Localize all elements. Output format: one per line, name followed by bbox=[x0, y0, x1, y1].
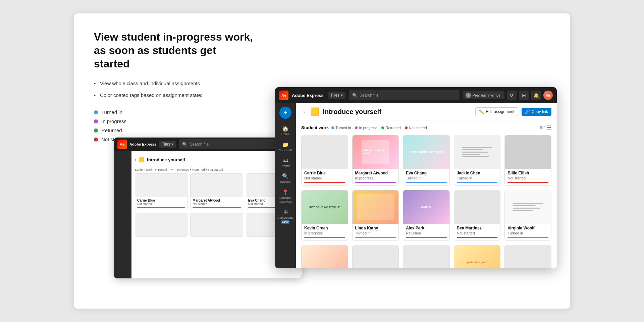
info-virginia-woolf: Virginia Woolf Turned in bbox=[505, 224, 551, 240]
grid-view-button[interactable]: ☰ bbox=[547, 124, 551, 131]
in-progress-label: In progress bbox=[101, 118, 126, 124]
files-dropdown[interactable]: Files ▾ bbox=[328, 92, 345, 99]
thumb-row3-3 bbox=[403, 245, 449, 268]
add-button[interactable]: + bbox=[279, 107, 291, 119]
bg-status-bar-2 bbox=[193, 207, 240, 208]
legend-in-progress-label: In progress bbox=[359, 126, 377, 130]
copy-link-button[interactable]: 🔗 Copy link bbox=[522, 108, 551, 116]
info-alex-park: Alex Park Returned bbox=[403, 224, 449, 240]
search-bar[interactable]: 🔍 Search file bbox=[349, 90, 460, 100]
thumb-row3-1 bbox=[302, 245, 348, 268]
student-card-eva-chang[interactable]: Let me Introduce myself. Eva Chang Turne… bbox=[403, 135, 450, 186]
user-avatar[interactable]: AE bbox=[543, 91, 553, 100]
your-stuff-label: Your stuff bbox=[279, 149, 292, 152]
bell-btn[interactable]: 🔔 bbox=[531, 91, 541, 100]
bg-info-2: Margaret Atwood Not started bbox=[191, 197, 243, 210]
edit-label: Edit assignment bbox=[486, 109, 514, 114]
main-content: ‹ 🟨 Introduce yourself ✏️ Edit assignmen… bbox=[296, 103, 557, 268]
bg-card-5[interactable] bbox=[190, 213, 243, 237]
student-card-bea-martinez[interactable]: Bea Martinez Not started bbox=[454, 190, 501, 241]
edit-icon: ✏️ bbox=[479, 109, 484, 114]
bg-files-dropdown[interactable]: Files ▾ bbox=[159, 141, 176, 148]
bg-name-1: Carrie Blue bbox=[137, 199, 185, 202]
section-header: Student work Turned in In progress bbox=[301, 124, 551, 131]
thumb-row3-5 bbox=[505, 245, 551, 268]
assignment-title: Introduce yourself bbox=[323, 108, 472, 116]
status-bar-kevin-green bbox=[304, 237, 345, 238]
tag-returned: Returned bbox=[94, 127, 255, 133]
app-window-background: Ae Adobe Express Files ▾ 🔍 Search file ‹… bbox=[114, 138, 302, 278]
bg-card-grid-2 bbox=[135, 213, 299, 237]
student-card-row3-5[interactable] bbox=[504, 245, 551, 268]
student-card-billie-eilish[interactable]: Billie Eilish Not started bbox=[504, 135, 551, 186]
bg-status-1: Not started bbox=[137, 202, 185, 206]
educator-resources-icon: 📍 bbox=[282, 189, 289, 196]
in-progress-dot bbox=[94, 119, 98, 123]
refresh-btn[interactable]: ⟳ bbox=[507, 91, 517, 100]
sidebar-item-educator-resources[interactable]: 📍 Educator resources bbox=[276, 187, 294, 206]
brand-label: Adobe Express bbox=[292, 93, 324, 98]
adobe-logo: Ae bbox=[279, 91, 288, 100]
status-eva-chang: Turned in bbox=[406, 176, 447, 180]
sidebar-item-explore[interactable]: 🔍 Explore bbox=[276, 171, 294, 186]
bg-section-label: Student work ● Turned in ● In progress ●… bbox=[135, 168, 299, 171]
student-card-row3-1[interactable] bbox=[301, 245, 348, 268]
sidebar-item-home[interactable]: 🏠 Home bbox=[276, 123, 294, 138]
educator-resources-label: Educator resources bbox=[278, 196, 293, 204]
student-work-section: Student work Turned in In progress bbox=[296, 120, 557, 268]
assignment-icon: 🟨 bbox=[310, 107, 319, 116]
info-jackie-chen: Jackie Chen Turned in bbox=[454, 169, 500, 185]
student-card-alex-park[interactable]: CARINA Alex Park Returned bbox=[403, 190, 450, 241]
student-card-row3-2[interactable] bbox=[352, 245, 399, 268]
info-kevin-green: Kevin Green In progress bbox=[302, 224, 348, 240]
premium-badge[interactable]: ✦ Premium member bbox=[463, 91, 504, 99]
new-badge: NEW bbox=[281, 220, 290, 224]
bg-student-card-2[interactable]: Margaret Atwood Not started bbox=[190, 173, 243, 210]
search-icon: 🔍 bbox=[352, 93, 358, 98]
sidebar-item-brands[interactable]: 🏷 Brands bbox=[276, 156, 294, 170]
student-card-linda-kathy[interactable]: Linda Kathy Turned in bbox=[352, 190, 399, 241]
edit-assignment-button[interactable]: ✏️ Edit assignment bbox=[475, 107, 518, 116]
copy-link-label: Copy link bbox=[532, 109, 548, 114]
student-card-virginia-woolf[interactable]: Virginia Woolf Turned in bbox=[504, 190, 551, 241]
name-linda-kathy: Linda Kathy bbox=[355, 226, 396, 230]
back-button[interactable]: ‹ bbox=[301, 108, 307, 115]
name-kevin-green: Kevin Green bbox=[304, 226, 345, 230]
student-card-margaret-atwood[interactable]: STEP INTO YOUR STORY Margaret Atwood In … bbox=[352, 135, 399, 186]
sidebar-item-classrooms[interactable]: ⊞ Classrooms NEW bbox=[276, 207, 294, 226]
bg-name-2: Margaret Atwood bbox=[193, 199, 240, 202]
bg-card-4[interactable] bbox=[135, 213, 187, 237]
student-card-jackie-chen[interactable]: Jackie Chen Turned in bbox=[454, 135, 501, 186]
sidebar-item-your-stuff[interactable]: 📁 Your stuff bbox=[276, 140, 294, 154]
status-jackie-chen: Turned in bbox=[457, 176, 498, 180]
student-card-row3-3[interactable] bbox=[403, 245, 450, 268]
bg-status-2: Not started bbox=[193, 202, 240, 206]
info-linda-kathy: Linda Kathy Turned in bbox=[353, 224, 399, 240]
info-bea-martinez: Bea Martinez Not started bbox=[454, 224, 500, 240]
sort-view-button[interactable]: ≡↑ bbox=[540, 124, 545, 131]
bg-topbar: Ae Adobe Express Files ▾ 🔍 Search file bbox=[114, 138, 302, 151]
grid-btn[interactable]: ⊞ bbox=[519, 91, 529, 100]
name-virginia-woolf: Virginia Woolf bbox=[507, 226, 548, 230]
bg-adobe-logo: Ae bbox=[117, 140, 127, 149]
status-margaret-atwood: In progress bbox=[355, 176, 396, 180]
bg-body: ‹ 🟨 Introduce yourself Student work ● Tu… bbox=[114, 151, 302, 278]
legend-turned-in-dot bbox=[331, 126, 334, 129]
bg-thumb-2 bbox=[191, 174, 243, 197]
student-card-carrie-blue[interactable]: Carrie Blue Not started bbox=[301, 135, 348, 186]
premium-label: Premium member bbox=[473, 93, 502, 97]
legend-not-started-label: Not started bbox=[409, 126, 427, 130]
status-bar-linda-kathy bbox=[355, 237, 396, 238]
legend-returned-label: Returned bbox=[385, 126, 400, 130]
home-icon: 🏠 bbox=[282, 125, 289, 132]
bg-student-card-1[interactable]: Carrie Blue Not started bbox=[135, 173, 187, 210]
bg-search-text: Search file bbox=[190, 142, 209, 147]
info-carrie-blue: Carrie Blue Not started bbox=[302, 169, 348, 185]
legend-in-progress-dot bbox=[355, 126, 358, 129]
legend-returned: Returned bbox=[381, 126, 400, 130]
thumb-linda-kathy bbox=[353, 190, 399, 224]
student-card-row3-4[interactable]: parts for a plant bbox=[454, 245, 501, 268]
student-card-kevin-green[interactable]: INTRODUCING MYSELF Kevin Green In progre… bbox=[301, 190, 348, 241]
status-bar-carrie-blue bbox=[304, 182, 345, 183]
thumb-carrie-blue bbox=[302, 135, 348, 169]
